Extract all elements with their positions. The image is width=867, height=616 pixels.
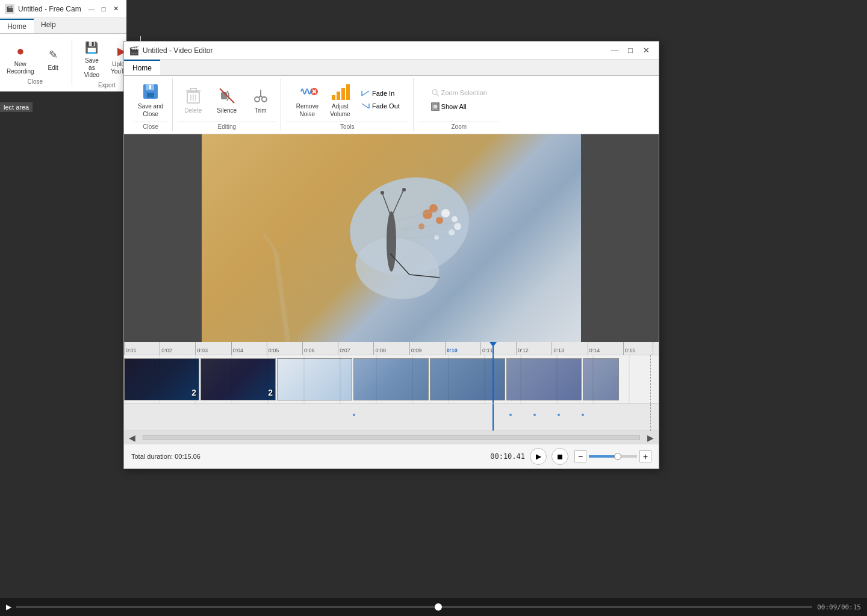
svg-rect-3	[149, 85, 151, 89]
ruler-mark-013: 0:13	[552, 342, 587, 355]
svg-point-12	[255, 97, 259, 102]
svg-point-39	[449, 229, 455, 235]
svg-rect-6	[190, 89, 196, 91]
app-play-btn[interactable]: ▶	[6, 603, 11, 611]
track-playhead	[493, 355, 494, 403]
silence-icon	[216, 85, 238, 107]
play-button[interactable]: ▶	[530, 448, 547, 465]
adjust-volume-btn[interactable]: AdjustVolume	[325, 78, 355, 120]
scroll-left-btn[interactable]: ◀	[124, 433, 140, 443]
ruler-mark-012: 0:12	[516, 342, 552, 355]
ve-titlebar: 🎬 Untitled - Video Editor — □ ✕	[124, 42, 659, 60]
playback-controls: 00:10.41 ▶ ◼	[490, 448, 568, 465]
delete-icon	[182, 85, 204, 107]
svg-line-14	[259, 96, 261, 98]
ve-title: Untitled - Video Editor	[143, 46, 607, 55]
right-marker	[653, 342, 653, 355]
trim-label: Trim	[255, 107, 267, 114]
app-progress-track[interactable]	[16, 606, 812, 608]
zoom-in-btn[interactable]: +	[639, 450, 651, 462]
ve-tools-group-label: Tools	[286, 122, 408, 131]
freecam-title-icons: 🎬	[5, 4, 14, 14]
ve-minimize-btn[interactable]: —	[607, 43, 623, 58]
remove-noise-btn[interactable]: RemoveNoise	[292, 78, 323, 120]
ve-editing-group: Delete Silence	[173, 78, 281, 131]
freecam-win-controls: — □ ✕	[85, 4, 122, 14]
current-time-display: 00:10.41	[490, 452, 525, 461]
fc-minimize-btn[interactable]: —	[85, 4, 98, 14]
edit-icon: ✎	[43, 45, 63, 64]
save-and-close-btn[interactable]: Save andClose	[134, 78, 167, 120]
fade-btns-col: Fade In Fade Out	[358, 88, 403, 111]
svg-point-38	[454, 223, 461, 230]
video-editor-window: 🎬 Untitled - Video Editor — □ ✕ Home	[123, 41, 659, 469]
timeline-scroll: ◀ ▶	[124, 431, 659, 444]
scroll-track[interactable]	[143, 435, 640, 440]
ruler-mark-015: 0:15	[623, 342, 659, 355]
ve-maximize-btn[interactable]: □	[623, 43, 638, 58]
edit-btn[interactable]: ✎ Edit	[40, 43, 67, 73]
svg-rect-20	[332, 95, 335, 100]
silence-btn[interactable]: Silence	[212, 82, 242, 117]
trim-btn[interactable]: Trim	[246, 82, 276, 117]
ve-win-controls: — □ ✕	[607, 43, 654, 58]
ruler-mark-007: 0:07	[338, 342, 373, 355]
new-recording-label: NewRecording	[7, 61, 34, 75]
delete-btn[interactable]: Delete	[178, 82, 208, 117]
svg-rect-29	[433, 104, 438, 109]
ruler-mark-001: 0:01	[124, 342, 160, 355]
zoom-out-btn[interactable]: −	[574, 450, 586, 462]
svg-point-37	[452, 216, 458, 222]
fc-maximize-btn[interactable]: □	[98, 4, 110, 14]
scroll-right-btn[interactable]: ▶	[642, 433, 659, 443]
ve-zoom-group: Zoom Selection Show All Zoom	[414, 78, 504, 131]
freecam-title: Untitled - Free Cam	[18, 5, 82, 13]
new-recording-btn[interactable]: ● NewRecording	[4, 40, 37, 77]
show-all-btn[interactable]: Show All	[428, 101, 490, 113]
ruler-mark-004: 0:04	[231, 342, 267, 355]
track-stripe-overlay	[124, 355, 659, 403]
edit-label: Edit	[48, 64, 58, 72]
save-as-video-icon: 💾	[82, 38, 101, 57]
svg-point-36	[441, 209, 450, 217]
timeline-tracks: 2 2	[124, 355, 659, 403]
adjust-volume-icon	[329, 81, 351, 102]
freecam-tabs: Home Help	[0, 18, 126, 34]
zoom-slider-fill	[589, 455, 618, 458]
save-as-video-btn[interactable]: 💾 Save asVideo	[78, 36, 106, 81]
ve-ribbon: Save andClose Close	[124, 76, 659, 134]
svg-line-51	[276, 252, 288, 342]
ruler-mark-008: 0:08	[373, 342, 409, 355]
app-playbar: ▶ 00:09/00:15	[0, 598, 867, 616]
ve-preview	[124, 134, 659, 342]
app-progress-thumb[interactable]	[435, 603, 442, 611]
freecam-tab-home[interactable]: Home	[0, 19, 34, 33]
audio-right-marker	[650, 404, 651, 431]
zoom-slider-thumb[interactable]	[614, 453, 621, 460]
stop-button[interactable]: ◼	[552, 448, 568, 465]
zoom-selection-btn: Zoom Selection	[428, 87, 490, 99]
fade-in-btn[interactable]: Fade In	[358, 88, 403, 99]
ve-close-btn[interactable]: ✕	[638, 43, 654, 58]
ruler-mark-006: 0:06	[302, 342, 338, 355]
svg-point-26	[432, 90, 437, 95]
fade-out-btn[interactable]: Fade Out	[358, 101, 403, 111]
zoom-slider[interactable]	[589, 455, 637, 458]
fc-icon-1: 🎬	[5, 4, 14, 14]
silence-label: Silence	[217, 107, 237, 114]
ve-tools-group: RemoveNoise AdjustVolume	[281, 78, 414, 131]
ve-editing-group-label: Editing	[178, 122, 276, 131]
fc-close-btn[interactable]: ✕	[110, 4, 122, 14]
ve-icon: 🎬	[129, 46, 139, 55]
save-and-close-icon	[140, 81, 161, 102]
svg-point-41	[387, 211, 396, 272]
ve-tab-home[interactable]: Home	[124, 60, 160, 75]
ve-close-group-label: Close	[134, 122, 167, 131]
total-duration-label: Total duration: 00:15.06	[131, 453, 484, 460]
freecam-tab-help[interactable]: Help	[34, 18, 63, 33]
new-recording-icon: ●	[11, 42, 30, 61]
freecam-recording-group: ● NewRecording ✎ Edit Close	[4, 40, 72, 85]
app-time-display: 00:09/00:15	[817, 603, 861, 611]
svg-point-13	[262, 97, 267, 102]
delete-label: Delete	[184, 107, 202, 114]
